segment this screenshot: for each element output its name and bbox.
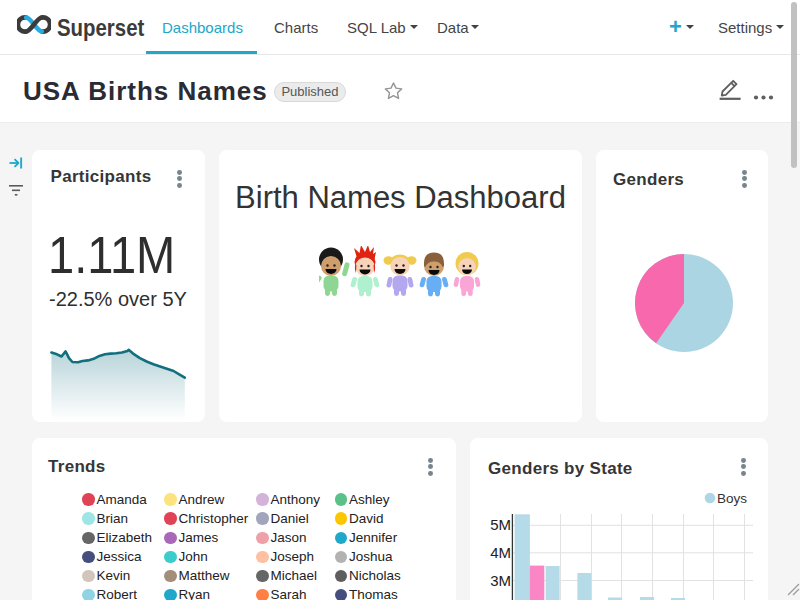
svg-text:5M: 5M [490, 516, 511, 533]
svg-text:4M: 4M [490, 544, 511, 561]
svg-text:Boys: Boys [717, 491, 747, 506]
svg-text:3M: 3M [490, 572, 511, 589]
